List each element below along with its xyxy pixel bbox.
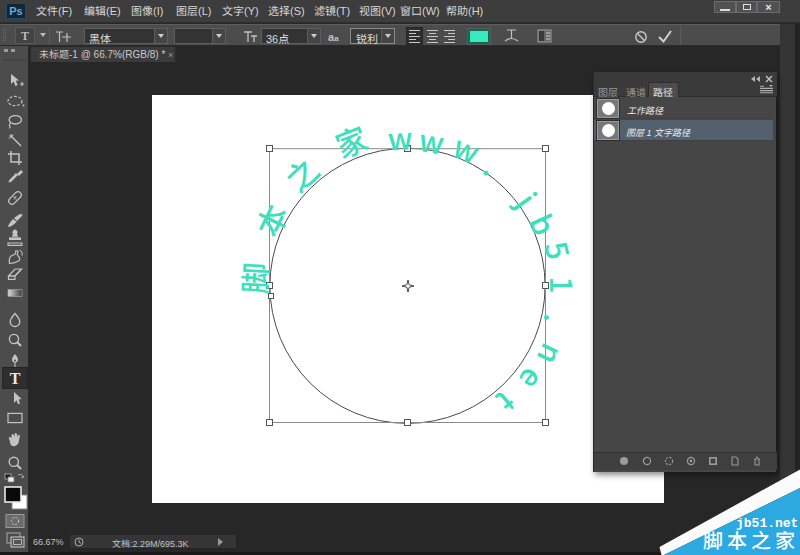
svg-text:T: T: [10, 370, 21, 387]
